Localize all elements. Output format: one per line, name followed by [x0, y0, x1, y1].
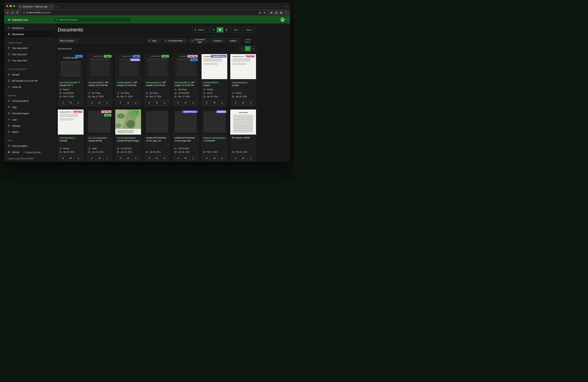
card-action-button[interactable] — [124, 156, 132, 160]
tag-badge[interactable]: Tag 3 — [133, 110, 140, 113]
card-action-button[interactable] — [96, 101, 103, 105]
view-toggle-button[interactable] — [217, 27, 223, 32]
card-action-button[interactable] — [247, 156, 254, 160]
asn-row[interactable]: #112412322 — [117, 147, 139, 150]
view-toggle-button[interactable] — [210, 27, 217, 32]
correspondent-link[interactable]: Test Correspondent — [117, 137, 135, 139]
document-thumbnail[interactable]: Adobe Acrobat PDF Files Tag 3 — [144, 54, 170, 79]
tag-badge[interactable]: NewOne — [130, 59, 140, 61]
tag-badge[interactable]: TagWithPartial — [211, 55, 226, 58]
created-date-row[interactable]: Jan 20, 2021 — [88, 151, 111, 153]
card-action-button[interactable] — [161, 156, 168, 160]
tag-badge[interactable]: Test Tag — [188, 55, 198, 58]
created-date-row[interactable]: Feb 7, 2021 — [203, 151, 226, 153]
document-thumbnail[interactable]: Adobe Acrobat PDF Files Test TagTag 2 — [173, 54, 199, 79]
app-logo[interactable]: Paperless-ngx — [8, 18, 28, 21]
filter-field-selector[interactable]: Title & content — [58, 38, 78, 43]
sidebar-item[interactable]: Admin — [4, 129, 54, 135]
document-thumbnail[interactable]: A Simple PDF File Test Tag — [230, 54, 256, 79]
card-action-button[interactable] — [74, 156, 82, 160]
document-type-row[interactable]: Tax Filing — [146, 92, 168, 94]
card-action-button[interactable] — [189, 101, 197, 105]
minimize-window-button[interactable] — [10, 5, 12, 7]
created-date-row[interactable]: Jan 20, 2021 — [232, 95, 254, 98]
card-action-button[interactable] — [88, 101, 96, 105]
card-action-button[interactable] — [232, 101, 240, 105]
document-type-row[interactable]: Invoice — [203, 88, 226, 91]
correspondent-link[interactable]: Newest Correspondent — [203, 137, 225, 139]
asn-row[interactable]: #112412325 — [174, 92, 197, 94]
browser-tab[interactable]: Documents - Paperless-ngx — [17, 4, 54, 9]
created-date-row[interactable]: Dec 27, 2020 — [117, 95, 139, 98]
reload-icon[interactable] — [16, 11, 19, 14]
suggest-idea-link[interactable]: Suggest an idea — [23, 151, 41, 153]
document-type-row[interactable]: Tax Filing — [88, 92, 111, 94]
chevron-down-icon[interactable] — [285, 5, 288, 8]
card-action-button[interactable] — [146, 101, 153, 105]
sidebar-item[interactable]: Test View ANY — [4, 51, 54, 58]
document-type-row[interactable]: Tax Filing — [174, 88, 197, 91]
sort-button[interactable]: Sort — [232, 27, 242, 32]
document-type-row[interactable]: Invoice — [232, 92, 254, 94]
document-thumbnail[interactable] — [144, 110, 170, 135]
card-action-button[interactable] — [203, 156, 211, 160]
sidebar-item[interactable]: Documentation — [4, 143, 54, 149]
card-action-button[interactable] — [117, 101, 125, 105]
card-action-button[interactable] — [146, 156, 153, 160]
sidebar-item[interactable]: Settings — [4, 123, 54, 129]
kebab-icon[interactable] — [285, 11, 287, 14]
view-toggle-button[interactable] — [223, 27, 230, 32]
card-action-button[interactable] — [117, 156, 125, 160]
created-date-row[interactable]: Feb 3, 2020 — [60, 95, 82, 98]
sidebar-item[interactable]: sample — [4, 71, 54, 78]
sidebar-item[interactable]: GitHub Suggest an idea — [4, 149, 54, 155]
document-thumbnail[interactable]: Lorem Ipsum Tag 2 — [58, 54, 84, 79]
card-action-button[interactable] — [211, 156, 218, 160]
correspondent-link[interactable]: Test Correspondent — [88, 137, 106, 139]
sidebar-item[interactable]: pdf-sample 10.24.48 PM — [4, 78, 54, 84]
card-action-button[interactable] — [153, 156, 161, 160]
card-action-button[interactable] — [67, 156, 75, 160]
zoom-window-button[interactable] — [13, 5, 15, 7]
back-icon[interactable] — [6, 11, 9, 14]
correspondent-link[interactable]: Correspondent 2 — [203, 81, 219, 83]
correspondent-link[interactable]: Correspondent 2 — [232, 81, 248, 83]
created-date-row[interactable]: Dec 27, 2020 — [88, 95, 111, 98]
tag-badge[interactable]: Tag 3 — [162, 55, 169, 58]
card-action-button[interactable] — [174, 101, 182, 105]
document-type-row[interactable]: Report — [60, 88, 82, 91]
asn-row[interactable]: #112412321 — [60, 92, 82, 94]
filter-button[interactable]: Tags — [146, 38, 161, 43]
correspondent-link[interactable]: Correspondent 2 — [146, 81, 161, 83]
sidebar-item[interactable]: Test View AND — [4, 45, 54, 51]
tag-badge[interactable]: Test Tag — [73, 110, 83, 113]
sidebar-item[interactable]: Correspondents — [4, 98, 54, 104]
tag-badge[interactable]: Test Tag — [245, 55, 255, 58]
document-type-row[interactable]: Tax Filing — [117, 92, 139, 94]
panel-icon[interactable] — [275, 11, 277, 14]
pagination-button[interactable]: » — [251, 46, 256, 51]
asn-row[interactable]: #112412324 — [174, 147, 197, 150]
card-action-button[interactable] — [103, 101, 111, 105]
tag-badge[interactable]: TagWithPartial — [182, 110, 198, 113]
document-type-row[interactable]: Letter — [88, 147, 111, 150]
correspondent-link[interactable]: Correspondent 2 — [117, 81, 133, 83]
card-action-button[interactable] — [203, 101, 211, 105]
filter-text-input[interactable] — [78, 38, 144, 43]
tag-badge[interactable]: Test Tag — [101, 110, 111, 113]
card-action-button[interactable] — [247, 101, 254, 105]
created-date-row[interactable]: Jan 26, 2021 — [146, 151, 168, 153]
document-thumbnail[interactable]: A Simple PDF File Test Tag — [58, 110, 84, 135]
card-action-button[interactable] — [239, 156, 247, 160]
sidebar-item[interactable]: Logs — [4, 116, 54, 123]
correspondent-link[interactable]: Correspondent 2 — [60, 137, 75, 139]
address-bar[interactable]: localhost:4200/documents — [21, 10, 268, 15]
created-date-row[interactable]: Jan 20, 2021 — [60, 151, 82, 153]
document-thumbnail[interactable]: TagWithPartial — [173, 110, 199, 135]
sidebar-item[interactable]: Close all — [4, 84, 54, 90]
card-action-button[interactable] — [59, 156, 67, 160]
card-action-button[interactable] — [132, 101, 140, 105]
card-action-button[interactable] — [232, 156, 240, 160]
plus-icon[interactable] — [56, 6, 59, 8]
pagination-button[interactable]: « — [239, 46, 245, 51]
